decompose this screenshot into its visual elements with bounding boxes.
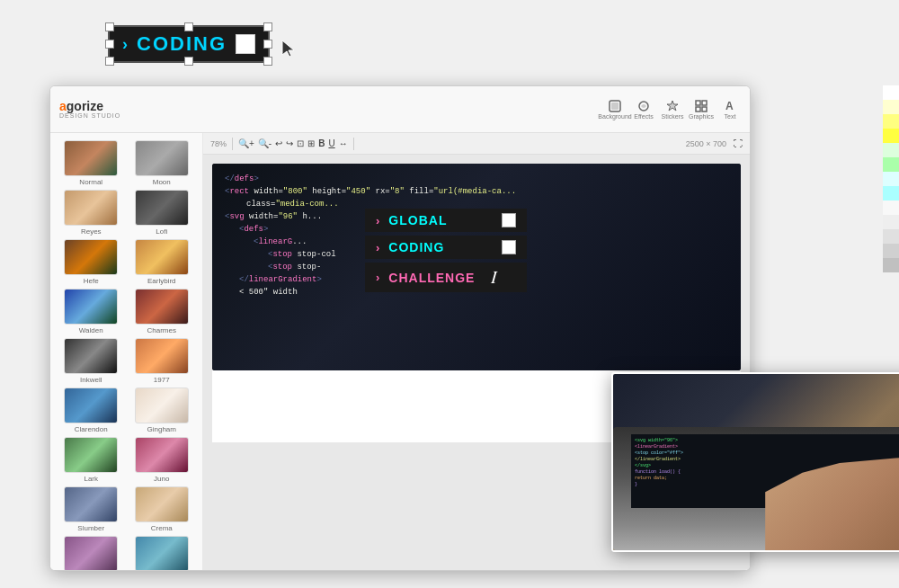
resize-handle-bm[interactable]: [184, 57, 193, 66]
filter-item-normal[interactable]: Normal: [58, 140, 125, 186]
zoom-out-icon[interactable]: 🔍-: [258, 138, 271, 148]
floating-label-text: CODING: [137, 32, 227, 56]
photo-content: <svg width="96"> <linearGradient> <stop …: [613, 374, 899, 550]
fullscreen-icon[interactable]: ⛶: [734, 138, 743, 148]
filter-grid: Normal Moon Reyes Lofi Hefe Earlybird Wa…: [58, 140, 195, 570]
coding-color-square[interactable]: [502, 240, 516, 254]
swatch-2[interactable]: [883, 100, 899, 114]
svg-rect-5: [702, 101, 707, 105]
floating-label-color-square[interactable]: [236, 34, 255, 54]
text-label-coding[interactable]: › CODING: [365, 236, 527, 259]
svg-marker-0: [282, 40, 294, 57]
filter-item-lofi[interactable]: Lofi: [129, 190, 196, 236]
filter-item-ludwig[interactable]: Ludwig: [58, 536, 125, 570]
filter-item-charmes[interactable]: Charmes: [129, 289, 196, 334]
filter-item-inkwell[interactable]: Inkwell: [58, 338, 125, 384]
floating-label-box[interactable]: › CODING: [108, 25, 270, 63]
svg-rect-6: [696, 107, 700, 111]
underline-icon[interactable]: U: [328, 138, 334, 148]
toolbar-sep2: [353, 138, 354, 150]
swatch-3[interactable]: [883, 114, 899, 129]
swatch-1[interactable]: [883, 85, 899, 100]
filter-item-walden[interactable]: Walden: [58, 289, 125, 334]
logo-text: gorize: [67, 99, 103, 113]
swatch-7[interactable]: [883, 172, 899, 186]
text-tool[interactable]: A Text: [719, 99, 741, 120]
ibeam-cursor-icon: 𝐼: [491, 267, 497, 288]
resize-handle-ml[interactable]: [105, 40, 114, 49]
app-header: agorize design studio Background Effects…: [50, 86, 750, 133]
filter-item-earlybird[interactable]: Earlybird: [129, 239, 196, 285]
stickers-label: Stickers: [662, 113, 684, 120]
text-labels-overlay: › GLOBAL › CODING › CHALLENGE 𝐼: [365, 209, 527, 292]
swatch-9[interactable]: [883, 200, 899, 215]
filter-item-crema[interactable]: Crema: [129, 486, 196, 532]
filter-item-hefe[interactable]: Hefe: [58, 239, 125, 285]
swatch-4[interactable]: [883, 129, 899, 143]
challenge-arrow-icon: ›: [376, 271, 379, 284]
resize-handle-tr[interactable]: [263, 22, 272, 31]
filter-item-reyes[interactable]: Reyes: [58, 190, 125, 236]
filter-item-slumber[interactable]: Slumber: [58, 486, 125, 532]
zoom-level: 78%: [210, 139, 227, 148]
app-logo: agorize design studio: [59, 100, 120, 119]
swatch-13[interactable]: [883, 258, 899, 272]
effects-label: Effects: [634, 113, 653, 120]
canvas-toolbar: 78% 🔍+ 🔍- ↩ ↪ ⊡ ⊞ B U ↔ 2500 × 700 ⛶: [203, 133, 750, 155]
graphics-label: Graphics: [689, 113, 714, 120]
stickers-tool[interactable]: Stickers: [662, 99, 683, 120]
coding-arrow-icon: ›: [376, 241, 379, 254]
filter-item-juno[interactable]: Juno: [129, 437, 196, 483]
laptop-photo: <svg width="96"> <linearGradient> <stop …: [611, 372, 899, 552]
graphics-tool[interactable]: Graphics: [690, 99, 712, 120]
cursor-arrow-icon: [280, 39, 297, 58]
toolbar-icons: Background Effects Stickers Graphics A T…: [604, 99, 741, 120]
resize-handle-tl[interactable]: [105, 22, 114, 31]
swatch-5[interactable]: [883, 143, 899, 157]
filter-item-clarendon[interactable]: Clarendon: [58, 388, 125, 433]
align-icon[interactable]: ⊞: [307, 138, 315, 148]
resize-icon[interactable]: ↔: [339, 138, 348, 148]
svg-text:A: A: [725, 100, 734, 112]
swatch-6[interactable]: [883, 157, 899, 172]
filter-item-1977[interactable]: 1977: [129, 338, 196, 384]
redo-icon[interactable]: ↪: [286, 138, 293, 148]
background-tool[interactable]: Background: [604, 99, 626, 120]
filter-item-moon[interactable]: Moon: [129, 140, 196, 186]
background-label: Background: [598, 113, 631, 120]
resize-handle-bl[interactable]: [105, 57, 114, 66]
floating-label-arrow-icon: ›: [122, 35, 128, 54]
toolbar-sep1: [232, 138, 233, 150]
filter-item-aden[interactable]: Aden: [129, 536, 196, 570]
global-arrow-icon: ›: [376, 214, 379, 227]
coding-text: CODING: [388, 240, 444, 254]
resize-handle-mr[interactable]: [263, 40, 272, 49]
text-label: Text: [725, 113, 736, 120]
resize-handle-tm[interactable]: [184, 22, 193, 31]
effects-tool[interactable]: Effects: [633, 99, 654, 120]
color-swatches-panel: [883, 85, 899, 272]
filter-item-lark[interactable]: Lark: [58, 437, 125, 483]
text-label-challenge[interactable]: › CHALLENGE 𝐼: [365, 263, 527, 292]
crop-icon[interactable]: ⊡: [297, 138, 304, 148]
svg-rect-4: [696, 101, 700, 105]
undo-icon[interactable]: ↩: [275, 138, 282, 148]
canvas-size-display: 2500 × 700: [686, 139, 726, 148]
swatch-8[interactable]: [883, 186, 899, 200]
global-color-square[interactable]: [502, 213, 516, 227]
text-label-global[interactable]: › GLOBAL: [365, 209, 527, 232]
logo-prefix: a: [59, 99, 67, 113]
filter-item-gingham[interactable]: Gingham: [129, 388, 196, 433]
filters-sidebar: Normal Moon Reyes Lofi Hefe Earlybird Wa…: [50, 133, 203, 570]
logo-subtitle: design studio: [59, 112, 120, 119]
challenge-text: CHALLENGE: [388, 271, 475, 285]
swatch-12[interactable]: [883, 244, 899, 258]
svg-rect-2: [611, 102, 619, 110]
svg-rect-7: [702, 107, 707, 111]
resize-handle-br[interactable]: [263, 57, 272, 66]
swatch-10[interactable]: [883, 215, 899, 229]
swatch-11[interactable]: [883, 229, 899, 244]
bold-icon[interactable]: B: [318, 138, 325, 148]
zoom-in-icon[interactable]: 🔍+: [238, 138, 254, 148]
code-background-image: </defs> <rect width="800" height="450" r…: [212, 164, 741, 370]
